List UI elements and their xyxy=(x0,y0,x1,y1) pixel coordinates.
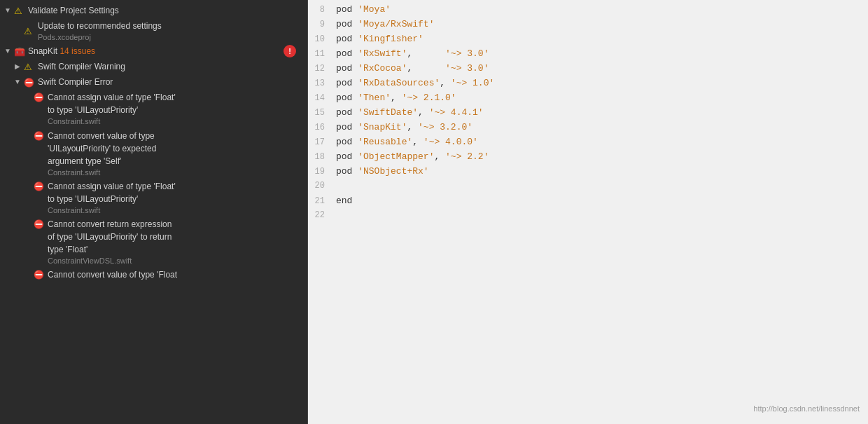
error-icon-5 xyxy=(34,270,45,279)
line-num-10: 10 xyxy=(308,33,336,46)
code-content-14: pod 'Then', '~> 2.1.0' xyxy=(336,91,456,106)
code-line-14: 14 pod 'Then', '~> 2.1.0' xyxy=(308,91,868,106)
code-content-19: pod 'NSObject+Rx' xyxy=(336,165,429,179)
code-line-9: 9 pod 'Moya/RxSwift' xyxy=(308,18,868,32)
line-num-13: 13 xyxy=(308,77,336,90)
line-num-17: 17 xyxy=(308,136,336,149)
warn-icon-compiler xyxy=(24,62,35,71)
code-content-16: pod 'SnapKit', '~> 3.2.0' xyxy=(336,121,472,135)
error-4-line1: Cannot convert return expression xyxy=(48,218,302,231)
code-line-20: 20 xyxy=(308,179,868,194)
code-content-21: end xyxy=(336,194,352,209)
snapkit-title: SnapKit xyxy=(28,45,57,57)
update-settings-text: Update to recommended settings Pods.xcod… xyxy=(38,20,302,42)
error-item-4[interactable]: Cannot convert return expression of type… xyxy=(0,217,307,267)
line-num-20: 20 xyxy=(308,179,336,193)
code-line-22: 22 xyxy=(308,209,868,224)
error-item-2[interactable]: Cannot convert value of type 'UILayoutPr… xyxy=(0,128,307,179)
swift-compiler-warning-title: Swift Compiler Warning xyxy=(38,60,125,73)
line-num-18: 18 xyxy=(308,151,336,164)
swift-compiler-error-item[interactable]: ▼ Swift Compiler Error xyxy=(0,74,307,90)
error-icon-4 xyxy=(34,219,45,228)
error-4-line3: type 'Float' xyxy=(48,243,302,256)
code-line-11: 11 pod 'RxSwift', '~> 3.0' xyxy=(308,47,868,62)
error-icon-1 xyxy=(34,93,45,102)
code-content-13: pod 'RxDataSources', '~> 1.0' xyxy=(336,76,494,91)
toolbox-icon-snapkit xyxy=(14,47,25,56)
line-num-15: 15 xyxy=(308,107,336,120)
swift-compiler-warning-item[interactable]: ▶ Swift Compiler Warning xyxy=(0,59,307,74)
line-num-22: 22 xyxy=(308,209,336,222)
error-item-3[interactable]: Cannot assign value of type 'Float' to t… xyxy=(0,179,307,217)
error-2-line1: Cannot convert value of type xyxy=(48,130,302,142)
code-content-17: pod 'Reusable', '~> 4.0.0' xyxy=(336,135,478,150)
line-num-11: 11 xyxy=(308,48,336,61)
error-3-file: Constraint.swift xyxy=(48,205,302,215)
error-icon-3 xyxy=(34,182,45,191)
error-2-text: Cannot convert value of type 'UILayoutPr… xyxy=(48,130,302,177)
validate-project-section[interactable]: ▼ Validate Project Settings xyxy=(0,3,307,18)
code-editor: 8 pod 'Moya' 9 pod 'Moya/RxSwift' 10 pod… xyxy=(308,0,868,424)
error-3-line2: to type 'UILayoutPriority' xyxy=(48,193,302,205)
update-settings-title: Update to recommended settings xyxy=(38,20,302,32)
code-line-15: 15 pod 'SwiftDate', '~> 4.4.1' xyxy=(308,106,868,121)
watermark: http://blog.csdn.net/linessdnnet xyxy=(753,403,860,416)
error-1-line1: Cannot assign value of type 'Float' xyxy=(48,91,302,104)
code-line-19: 19 pod 'NSObject+Rx' xyxy=(308,165,868,179)
issues-navigator[interactable]: ▼ Validate Project Settings Update to re… xyxy=(0,0,308,424)
code-line-16: 16 pod 'SnapKit', '~> 3.2.0' xyxy=(308,121,868,135)
error-5-text: Cannot convert value of type 'Float xyxy=(48,268,302,281)
error-4-line2: of type 'UILayoutPriority' to return xyxy=(48,231,302,243)
error-item-1[interactable]: Cannot assign value of type 'Float' to t… xyxy=(0,90,307,128)
update-settings-subtitle: Pods.xcodeproj xyxy=(38,32,302,42)
error-2-line3: argument type 'Self' xyxy=(48,155,302,167)
error-4-text: Cannot convert return expression of type… xyxy=(48,218,302,266)
code-content-18: pod 'ObjectMapper', '~> 2.2' xyxy=(336,150,489,165)
chevron-validate: ▼ xyxy=(3,6,13,15)
line-num-21: 21 xyxy=(308,195,336,208)
snapkit-error-badge: ! xyxy=(284,45,296,57)
code-line-13: 13 pod 'RxDataSources', '~> 1.0' xyxy=(308,76,868,91)
error-1-text: Cannot assign value of type 'Float' to t… xyxy=(48,91,302,126)
validate-title: Validate Project Settings xyxy=(28,4,119,17)
line-num-9: 9 xyxy=(308,18,336,32)
error-3-line1: Cannot assign value of type 'Float' xyxy=(48,180,302,193)
error-5-line1: Cannot convert value of type 'Float xyxy=(48,268,302,281)
snapkit-issues-count: 14 issues xyxy=(59,46,95,57)
error-2-line2: 'UILayoutPriority' to expected xyxy=(48,142,302,155)
error-2-file: Constraint.swift xyxy=(48,167,302,177)
error-icon-2 xyxy=(34,131,45,140)
error-3-text: Cannot assign value of type 'Float' to t… xyxy=(48,180,302,215)
line-num-14: 14 xyxy=(308,92,336,105)
code-content-11: pod 'RxSwift', '~> 3.0' xyxy=(336,47,489,62)
code-line-17: 17 pod 'Reusable', '~> 4.0.0' xyxy=(308,135,868,150)
code-content-9: pod 'Moya/RxSwift' xyxy=(336,18,434,32)
code-content-15: pod 'SwiftDate', '~> 4.4.1' xyxy=(336,106,484,121)
line-num-8: 8 xyxy=(308,4,336,17)
update-settings-item[interactable]: Update to recommended settings Pods.xcod… xyxy=(0,18,307,43)
chevron-warning: ▶ xyxy=(13,62,22,71)
swift-compiler-error-title: Swift Compiler Error xyxy=(38,76,113,88)
chevron-snapkit: ▼ xyxy=(3,46,13,56)
code-content-12: pod 'RxCocoa', '~> 3.0' xyxy=(336,62,489,76)
error-1-file: Constraint.swift xyxy=(48,116,302,126)
code-line-12: 12 pod 'RxCocoa', '~> 3.0' xyxy=(308,62,868,76)
line-num-12: 12 xyxy=(308,62,336,76)
code-content-8: pod 'Moya' xyxy=(336,3,391,18)
warn-icon-validate xyxy=(14,6,25,15)
code-content-10: pod 'Kingfisher' xyxy=(336,32,424,47)
error-1-line2: to type 'UILayoutPriority' xyxy=(48,104,302,116)
warn-icon-settings xyxy=(24,27,35,36)
snapkit-section[interactable]: ▼ SnapKit 14 issues ! xyxy=(0,43,307,59)
code-line-21: 21 end xyxy=(308,194,868,209)
code-line-8: 8 pod 'Moya' xyxy=(308,3,868,18)
line-num-19: 19 xyxy=(308,165,336,179)
error-4-file: ConstraintViewDSL.swift xyxy=(48,256,302,266)
code-line-10: 10 pod 'Kingfisher' xyxy=(308,32,868,47)
error-icon-compiler xyxy=(24,78,35,87)
code-line-18: 18 pod 'ObjectMapper', '~> 2.2' xyxy=(308,150,868,165)
line-num-16: 16 xyxy=(308,121,336,135)
error-item-5[interactable]: Cannot convert value of type 'Float xyxy=(0,267,307,282)
chevron-error: ▼ xyxy=(13,77,22,87)
